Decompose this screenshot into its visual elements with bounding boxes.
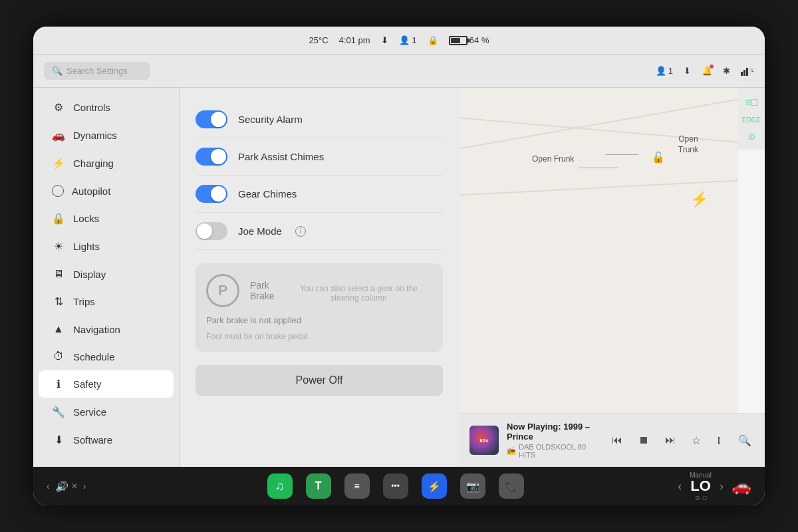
security-alarm-toggle[interactable] <box>196 110 227 128</box>
locks-label: Locks <box>73 213 99 224</box>
open-frunk-label[interactable]: Open Frunk <box>532 154 574 165</box>
battery-display: 64 % <box>449 35 489 45</box>
temperature-display: 25°C <box>309 35 329 45</box>
stop-button[interactable]: ⏹ <box>636 432 652 449</box>
sidebar: ⚙ Controls 🚗 Dynamics ⚡ Charging Autopil… <box>33 88 180 467</box>
joe-mode-info-icon[interactable]: i <box>295 226 306 237</box>
passenger-icon-nav: 👤 1 <box>656 66 673 76</box>
gear-value: LO <box>690 479 712 493</box>
prev-track-button[interactable]: ⏮ <box>609 432 625 449</box>
album-art: 80s <box>469 426 499 455</box>
edge-label: EDGE <box>742 116 761 124</box>
gear-display: Manual LO ⊙ □ <box>690 471 712 501</box>
volume-x-icon: ✕ <box>71 481 78 491</box>
car-icon-taskbar: 🚗 <box>732 477 751 495</box>
park-assist-toggle[interactable] <box>196 148 227 166</box>
bluetooth-icon-taskbar: ⚡ <box>428 480 441 493</box>
more-apps[interactable]: ••• <box>383 473 408 499</box>
nav-bar: 🔍 Search Settings 👤 1 ⬇ 🔔 ✱ LT <box>33 55 765 88</box>
open-trunk-label[interactable]: OpenTrunk <box>678 134 698 155</box>
safety-icon: ℹ <box>52 378 65 390</box>
sidebar-item-software[interactable]: ⬇ Software <box>39 426 174 454</box>
sidebar-item-dynamics[interactable]: 🚗 Dynamics <box>39 122 174 149</box>
spotify-app[interactable]: ♫ <box>267 473 293 499</box>
music-title: Now Playing: 1999 – Prince <box>507 422 601 442</box>
dynamics-icon: 🚗 <box>52 129 65 142</box>
lights-label: Lights <box>73 241 100 252</box>
navigation-label: Navigation <box>73 324 120 335</box>
display-icon: 🖥 <box>52 268 65 280</box>
sidebar-item-trips[interactable]: ⇅ Trips <box>39 288 174 315</box>
more-icon: ••• <box>391 481 400 491</box>
bluetooth-app[interactable]: ⚡ <box>422 473 447 499</box>
screen-frame: 25°C 4:01 pm ⬇ 👤 1 🔒 64 % 🔍 Search Setti… <box>33 27 765 505</box>
volume-control[interactable]: 🔊 ✕ <box>55 480 78 493</box>
search-box[interactable]: 🔍 Search Settings <box>44 62 150 80</box>
frunk-line <box>579 168 618 168</box>
charging-label: Charging <box>73 158 114 169</box>
search-placeholder: Search Settings <box>66 66 128 76</box>
charging-indicator-icon: ⚡ <box>690 191 708 208</box>
notification-icon[interactable]: 🔔 <box>702 66 712 76</box>
svg-rect-2 <box>746 68 748 76</box>
time-value: 4:01 pm <box>339 35 370 45</box>
right-panel-icons: ≡□ EDGE ⊙ <box>738 88 765 150</box>
park-brake-section: P ParkBrake You can also select a gear o… <box>196 263 443 352</box>
gear-next-chevron[interactable]: › <box>720 479 724 493</box>
time-display: 4:01 pm <box>339 35 370 45</box>
battery-percent: 64 % <box>469 35 489 45</box>
sidebar-item-controls[interactable]: ⚙ Controls <box>39 94 174 121</box>
gear-chimes-label: Gear Chimes <box>238 188 297 200</box>
settings-panel: Security Alarm Park Assist Chimes Gear C… <box>180 88 459 467</box>
svg-text:LT: LT <box>751 68 754 72</box>
display-label: Display <box>73 269 106 280</box>
sidebar-item-display[interactable]: 🖥 Display <box>39 261 174 287</box>
status-bar: 25°C 4:01 pm ⬇ 👤 1 🔒 64 % <box>33 27 765 55</box>
power-off-button[interactable]: Power Off <box>196 365 443 396</box>
next-track-button[interactable]: ⏭ <box>662 432 678 449</box>
album-art-image: 80s <box>469 426 499 455</box>
sidebar-item-lights[interactable]: ☀ Lights <box>39 233 174 260</box>
music-station: DAB OLDSKOOL 80 HITS <box>519 443 601 459</box>
sidebar-item-service[interactable]: 🔧 Service <box>39 398 174 426</box>
svg-rect-0 <box>741 72 743 76</box>
equalizer-button[interactable]: ⫿ <box>714 432 725 449</box>
fan-icon[interactable]: ≡□ <box>745 96 758 108</box>
joe-mode-toggle[interactable] <box>196 222 227 240</box>
bluetooth-icon-nav[interactable]: ✱ <box>723 66 730 76</box>
favorite-button[interactable]: ☆ <box>689 432 704 450</box>
search-music-button[interactable]: 🔍 <box>735 432 754 450</box>
svg-rect-3 <box>749 66 751 76</box>
battery-body <box>449 36 467 45</box>
trips-icon: ⇅ <box>52 295 65 308</box>
park-brake-header: P ParkBrake You can also select a gear o… <box>206 274 432 307</box>
sidebar-item-charging[interactable]: ⚡ Charging <box>39 150 174 177</box>
next-chevron[interactable]: › <box>83 481 86 491</box>
translator-app[interactable]: T <box>306 473 331 499</box>
tpms-icon[interactable]: ⊙ <box>748 132 755 142</box>
controls-label: Controls <box>73 102 110 113</box>
volume-icon: 🔊 <box>55 480 68 493</box>
controls-icon: ⚙ <box>52 101 65 114</box>
park-assist-row: Park Assist Chimes <box>196 138 443 176</box>
sidebar-item-locks[interactable]: 🔒 Locks <box>39 205 174 232</box>
camera-app[interactable]: 📷 <box>460 473 485 499</box>
sidebar-item-autopilot[interactable]: Autopilot <box>39 178 174 204</box>
notes-icon: ≡ <box>354 481 360 491</box>
search-icon: 🔍 <box>52 66 63 76</box>
prev-chevron[interactable]: ‹ <box>47 481 50 491</box>
camera-icon: 📷 <box>466 480 479 493</box>
music-info: Now Playing: 1999 – Prince 📻 DAB OLDSKOO… <box>507 422 601 459</box>
notes-app[interactable]: ≡ <box>344 473 370 499</box>
music-station-row: 📻 DAB OLDSKOOL 80 HITS <box>507 442 601 459</box>
gear-prev-chevron[interactable]: ‹ <box>678 479 682 493</box>
sidebar-item-navigation[interactable]: ▲ Navigation <box>39 316 174 342</box>
sidebar-item-safety[interactable]: ℹ Safety <box>39 370 174 398</box>
passenger-number: 1 <box>412 35 417 45</box>
phone-app[interactable]: 📞 <box>499 473 524 499</box>
sidebar-item-schedule[interactable]: ⏱ Schedule <box>39 343 174 370</box>
gear-chimes-row: Gear Chimes <box>196 176 443 213</box>
download-icon-nav: ⬇ <box>684 66 691 76</box>
translator-icon: T <box>315 480 322 492</box>
gear-chimes-toggle[interactable] <box>196 185 227 203</box>
